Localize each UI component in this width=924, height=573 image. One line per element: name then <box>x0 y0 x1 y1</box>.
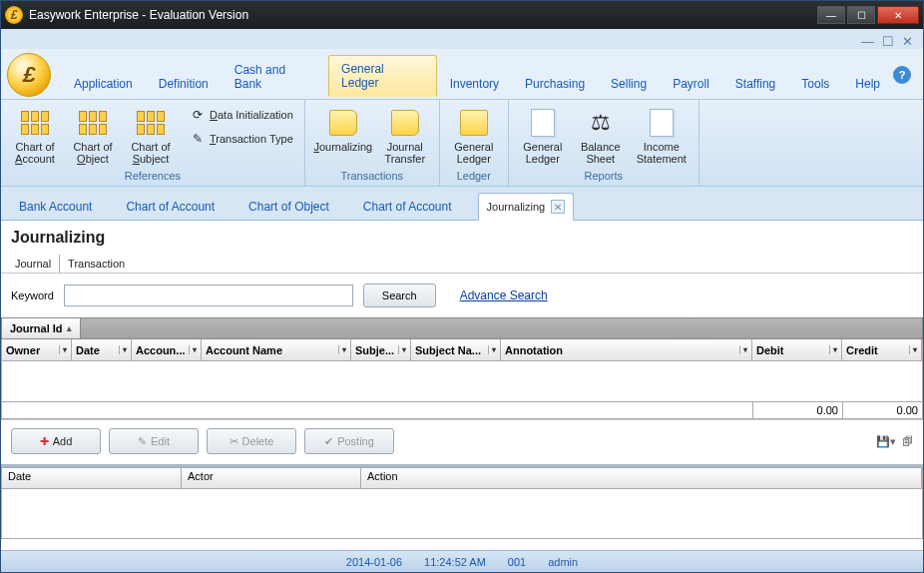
report-icon <box>646 107 678 139</box>
log-col-date[interactable]: Date <box>2 468 182 488</box>
tab-bank-account[interactable]: Bank Account <box>11 194 100 220</box>
status-code: 001 <box>504 556 530 568</box>
minimize-button[interactable]: — <box>817 6 845 24</box>
copy-icon[interactable]: 🗐 <box>902 435 913 448</box>
transaction-type-button[interactable]: ✎ Transaction Type <box>185 128 298 150</box>
col-debit[interactable]: Debit▾ <box>752 339 842 360</box>
posting-button: ✔Posting <box>304 428 394 454</box>
mdi-controls: — ☐ ✕ <box>1 29 923 49</box>
refresh-icon: ⟳ <box>190 107 206 123</box>
log-body <box>1 489 923 539</box>
dropdown-icon[interactable]: ▾ <box>189 345 197 354</box>
ribbon-title-transactions: Transactions <box>311 168 433 184</box>
menu-general-ledger[interactable]: General Ledger <box>328 55 437 97</box>
status-date: 2014-01-06 <box>342 556 406 568</box>
log-col-actor[interactable]: Actor <box>182 468 361 488</box>
delete-icon: ✂ <box>230 435 238 448</box>
menu-application[interactable]: Application <box>61 70 146 97</box>
total-credit: 0.00 <box>842 402 922 418</box>
status-time: 11:24:52 AM <box>420 556 490 568</box>
col-subject-code[interactable]: Subje...▾ <box>351 339 411 360</box>
col-account-code[interactable]: Accoun...▾ <box>132 339 202 360</box>
add-button[interactable]: ✚Add <box>11 428 101 454</box>
ribbon-group-ledger: General Ledger Ledger <box>440 100 509 186</box>
menu-payroll[interactable]: Payroll <box>660 70 722 97</box>
menu-staffing[interactable]: Staffing <box>722 70 788 97</box>
page-title: Journalizing <box>1 221 923 255</box>
search-button[interactable]: Search <box>363 284 436 307</box>
log-head: Date Actor Action <box>1 467 923 489</box>
menu-purchasing[interactable]: Purchasing <box>512 70 598 97</box>
income-statement-button[interactable]: Income Statement <box>631 104 693 168</box>
hierarchy-icon <box>135 107 167 139</box>
edit-button: ✎Edit <box>109 428 199 454</box>
dropdown-icon[interactable]: ▾ <box>488 345 496 354</box>
col-account-name[interactable]: Account Name▾ <box>202 339 351 360</box>
group-by-journal-id[interactable]: Journal Id ▴ <box>2 318 81 338</box>
save-icon[interactable]: 💾▾ <box>876 435 896 448</box>
ribbon-group-transactions: Journalizing Journal Transfer Transactio… <box>305 100 440 186</box>
brand-logo-icon[interactable]: £ <box>7 53 51 97</box>
delete-button: ✂Delete <box>207 428 296 454</box>
help-icon[interactable]: ? <box>893 66 911 84</box>
data-initialization-button[interactable]: ⟳ Data Initialization <box>185 104 298 126</box>
dropdown-icon[interactable]: ▾ <box>59 345 67 354</box>
chart-of-account-button[interactable]: Chart of Account <box>7 104 63 168</box>
hierarchy-icon <box>19 107 51 139</box>
log-grid: Date Actor Action <box>1 464 923 539</box>
window-controls: — ☐ ✕ <box>817 6 919 24</box>
chart-of-subject-button[interactable]: Chart of Subject <box>123 104 179 168</box>
sort-asc-icon: ▴ <box>67 323 72 333</box>
action-row: ✚Add ✎Edit ✂Delete ✔Posting 💾▾ 🗐 <box>1 419 923 462</box>
document-tabs: Bank Account Chart of Account Chart of O… <box>1 187 923 221</box>
journal-transfer-button[interactable]: Journal Transfer <box>377 104 433 168</box>
tab-chart-of-account-2[interactable]: Chart of Account <box>355 194 460 220</box>
titlebar: £ Easywork Enterprise - Evaluation Versi… <box>1 1 923 29</box>
maximize-button[interactable]: ☐ <box>847 6 875 24</box>
balance-sheet-button[interactable]: ⚖ Balance Sheet <box>573 104 629 168</box>
col-subject-name[interactable]: Subject Na...▾ <box>411 339 501 360</box>
dropdown-icon[interactable]: ▾ <box>909 345 917 354</box>
check-icon: ✔ <box>324 435 333 448</box>
advance-search-link[interactable]: Advance Search <box>460 288 548 302</box>
keyword-label: Keyword <box>11 289 54 301</box>
page-body: Journalizing Journal Transaction Keyword… <box>1 221 923 550</box>
open-book-icon <box>458 107 490 139</box>
menu-inventory[interactable]: Inventory <box>437 70 512 97</box>
keyword-input[interactable] <box>64 285 353 306</box>
dropdown-icon[interactable]: ▾ <box>829 345 837 354</box>
close-button[interactable]: ✕ <box>877 6 919 24</box>
col-credit[interactable]: Credit▾ <box>842 339 922 360</box>
menu-definition[interactable]: Definition <box>146 70 222 97</box>
general-ledger-button[interactable]: General Ledger <box>446 104 502 168</box>
subtab-journal[interactable]: Journal <box>7 255 60 273</box>
ribbon-group-reports: General Ledger ⚖ Balance Sheet Income St… <box>509 100 699 186</box>
mdi-close-icon[interactable]: ✕ <box>902 35 913 48</box>
dropdown-icon[interactable]: ▾ <box>398 345 406 354</box>
dropdown-icon[interactable]: ▾ <box>119 345 127 354</box>
statusbar: 2014-01-06 11:24:52 AM 001 admin <box>1 550 923 572</box>
tab-chart-of-account[interactable]: Chart of Account <box>118 194 223 220</box>
dropdown-icon[interactable]: ▾ <box>338 345 346 354</box>
log-col-action[interactable]: Action <box>361 468 922 488</box>
menu-cash-and-bank[interactable]: Cash and Bank <box>222 56 328 97</box>
grid-body <box>1 361 923 401</box>
col-annotation[interactable]: Annotation▾ <box>501 339 752 360</box>
col-date[interactable]: Date▾ <box>72 339 132 360</box>
menu-tools[interactable]: Tools <box>788 70 842 97</box>
tab-close-icon[interactable]: ✕ <box>551 200 565 214</box>
col-owner[interactable]: Owner▾ <box>2 339 72 360</box>
mdi-restore-icon[interactable]: ☐ <box>882 35 894 48</box>
app-window: £ Easywork Enterprise - Evaluation Versi… <box>0 0 924 573</box>
grid-columns: Owner▾ Date▾ Accoun...▾ Account Name▾ Su… <box>1 339 923 361</box>
tab-journalizing[interactable]: Journalizing ✕ <box>478 193 575 221</box>
chart-of-object-button[interactable]: Chart of Object <box>65 104 121 168</box>
menu-help[interactable]: Help <box>842 70 893 97</box>
tab-chart-of-object[interactable]: Chart of Object <box>240 194 337 220</box>
mdi-minimize-icon[interactable]: — <box>861 35 874 48</box>
dropdown-icon[interactable]: ▾ <box>739 345 747 354</box>
subtab-transaction[interactable]: Transaction <box>60 255 133 273</box>
report-general-ledger-button[interactable]: General Ledger <box>515 104 571 168</box>
menu-selling[interactable]: Selling <box>598 70 660 97</box>
journalizing-button[interactable]: Journalizing <box>311 104 375 156</box>
